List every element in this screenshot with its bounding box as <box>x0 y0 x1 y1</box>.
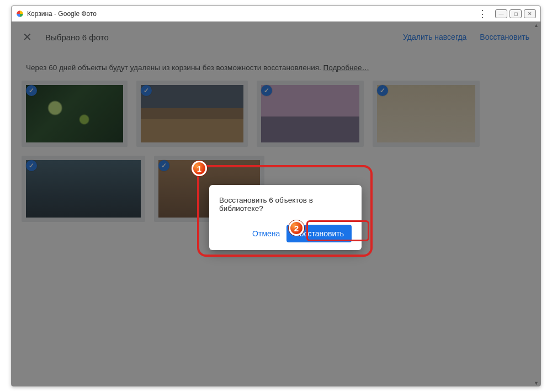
titlebar: Корзина - Google Фото ⋮ — ◻ ✕ <box>12 6 540 22</box>
selected-check-icon[interactable]: ✓ <box>26 160 37 171</box>
thumbnail-image <box>26 160 141 218</box>
photo-thumbnail[interactable]: ✓ <box>22 156 145 222</box>
close-window-button[interactable]: ✕ <box>524 9 536 18</box>
annotation-highlight <box>197 165 373 257</box>
selection-count-label: Выбрано 6 фото <box>45 33 109 42</box>
google-photos-logo-icon <box>16 10 24 18</box>
deselect-button[interactable]: ✕ <box>23 30 32 44</box>
selected-check-icon[interactable]: ✓ <box>158 160 169 171</box>
selected-check-icon[interactable]: ✓ <box>141 85 152 96</box>
thumbnail-image <box>377 85 475 142</box>
viewport: ✕ Выбрано 6 фото Удалить навсегда Восста… <box>12 22 540 386</box>
thumbnail-image <box>261 85 359 142</box>
selected-check-icon[interactable]: ✓ <box>26 85 37 96</box>
restore-button[interactable]: Восстановить <box>480 33 529 41</box>
thumbnail-image <box>141 85 243 142</box>
photo-thumbnail[interactable]: ✓ <box>373 81 480 147</box>
trash-notice: Через 60 дней объекты будут удалены из к… <box>12 52 540 81</box>
photo-thumbnail[interactable]: ✓ <box>22 81 128 147</box>
selected-check-icon[interactable]: ✓ <box>261 85 272 96</box>
annotation-step-badge: 2 <box>289 220 304 236</box>
annotation-step-badge: 1 <box>192 161 207 176</box>
annotation-highlight <box>306 220 369 241</box>
maximize-button[interactable]: ◻ <box>509 9 522 18</box>
photo-thumbnail[interactable]: ✓ <box>257 81 364 147</box>
app-window: Корзина - Google Фото ⋮ — ◻ ✕ ✕ Выбрано … <box>11 6 541 386</box>
minimize-button[interactable]: — <box>495 9 507 18</box>
delete-forever-button[interactable]: Удалить навсегда <box>403 33 466 41</box>
selection-appbar: ✕ Выбрано 6 фото Удалить навсегда Восста… <box>12 22 540 52</box>
learn-more-link[interactable]: Подробнее… <box>323 63 370 72</box>
selected-check-icon[interactable]: ✓ <box>377 85 388 96</box>
vertical-scrollbar[interactable]: ▲ ▼ <box>533 22 539 386</box>
window-title: Корзина - Google Фото <box>27 10 97 18</box>
kebab-menu-icon[interactable]: ⋮ <box>477 9 487 19</box>
thumbnail-image <box>26 85 123 142</box>
trash-notice-text: Через 60 дней объекты будут удалены из к… <box>26 63 321 72</box>
scroll-down-icon[interactable]: ▼ <box>534 380 538 385</box>
scroll-up-icon[interactable]: ▲ <box>534 23 538 27</box>
photo-thumbnail[interactable]: ✓ <box>136 81 248 147</box>
